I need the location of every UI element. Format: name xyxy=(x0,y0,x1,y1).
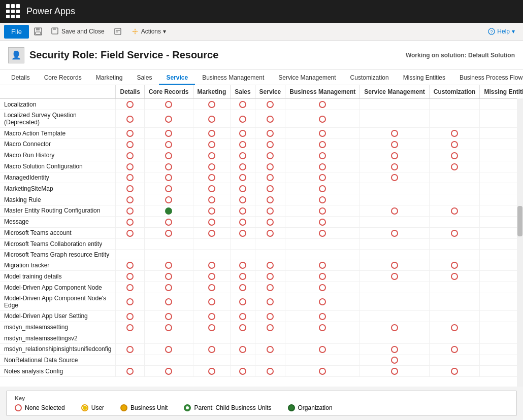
permission-cell[interactable] xyxy=(255,238,285,249)
permission-cell[interactable] xyxy=(429,238,480,249)
permission-cell[interactable] xyxy=(116,128,144,139)
permission-cell[interactable] xyxy=(429,333,480,343)
table-row[interactable]: Macro Solution Configuration xyxy=(0,161,523,172)
permission-cell[interactable] xyxy=(429,366,480,377)
permission-cell[interactable] xyxy=(255,322,285,333)
permission-cell[interactable] xyxy=(285,216,360,227)
permission-cell[interactable] xyxy=(116,355,144,366)
permission-cell[interactable] xyxy=(116,216,144,227)
permission-cell[interactable] xyxy=(116,150,144,161)
permission-cell[interactable] xyxy=(231,343,255,355)
permission-cell[interactable] xyxy=(144,271,193,282)
tab-details[interactable]: Details xyxy=(4,70,37,85)
permission-cell[interactable] xyxy=(360,333,429,343)
permission-cell[interactable] xyxy=(116,271,144,282)
permission-cell[interactable] xyxy=(429,194,480,205)
permission-cell[interactable] xyxy=(255,139,285,150)
permission-cell[interactable] xyxy=(144,216,193,227)
permission-cell[interactable] xyxy=(144,99,193,110)
permission-cell[interactable] xyxy=(429,311,480,322)
permission-cell[interactable] xyxy=(360,249,429,260)
permission-cell[interactable] xyxy=(144,293,193,311)
permission-cell[interactable] xyxy=(429,128,480,139)
permission-cell[interactable] xyxy=(429,99,480,110)
permission-cell[interactable] xyxy=(144,139,193,150)
permission-cell[interactable] xyxy=(144,183,193,194)
permission-cell[interactable] xyxy=(285,249,360,260)
permission-cell[interactable] xyxy=(193,271,231,282)
permission-cell[interactable] xyxy=(255,194,285,205)
permission-cell[interactable] xyxy=(429,150,480,161)
tab-business-management[interactable]: Business Management xyxy=(195,70,271,85)
permission-cell[interactable] xyxy=(429,271,480,282)
permission-cell[interactable] xyxy=(144,194,193,205)
permission-cell[interactable] xyxy=(285,150,360,161)
permission-cell[interactable] xyxy=(116,172,144,183)
permission-cell[interactable] xyxy=(116,139,144,150)
tab-business-process-flows[interactable]: Business Process Flows xyxy=(452,70,523,85)
permission-cell[interactable] xyxy=(116,183,144,194)
permission-cell[interactable] xyxy=(285,110,360,128)
permission-cell[interactable] xyxy=(231,150,255,161)
permission-cell[interactable] xyxy=(285,311,360,322)
permission-cell[interactable] xyxy=(193,322,231,333)
permission-cell[interactable] xyxy=(360,161,429,172)
table-row[interactable]: Localization xyxy=(0,99,523,110)
permission-cell[interactable] xyxy=(360,139,429,150)
permission-cell[interactable] xyxy=(231,205,255,217)
permission-cell[interactable] xyxy=(360,311,429,322)
table-row[interactable]: ManagedIdentity xyxy=(0,172,523,183)
permission-cell[interactable] xyxy=(116,282,144,293)
permission-cell[interactable] xyxy=(285,271,360,282)
permission-cell[interactable] xyxy=(144,366,193,377)
permission-cell[interactable] xyxy=(285,293,360,311)
permission-cell[interactable] xyxy=(429,282,480,293)
permission-cell[interactable] xyxy=(360,238,429,249)
permission-cell[interactable] xyxy=(231,366,255,377)
permission-cell[interactable] xyxy=(285,194,360,205)
permission-cell[interactable] xyxy=(429,172,480,183)
permission-cell[interactable] xyxy=(116,110,144,128)
permission-cell[interactable] xyxy=(144,311,193,322)
tab-missing-entities[interactable]: Missing Entities xyxy=(396,70,452,85)
permission-cell[interactable] xyxy=(231,249,255,260)
permission-cell[interactable] xyxy=(285,282,360,293)
permission-cell[interactable] xyxy=(193,333,231,343)
table-row[interactable]: msdyn_msteamssettingsv2 xyxy=(0,333,523,343)
tab-core-records[interactable]: Core Records xyxy=(37,70,89,85)
permission-cell[interactable] xyxy=(360,194,429,205)
permission-cell[interactable] xyxy=(360,183,429,194)
permission-cell[interactable] xyxy=(429,322,480,333)
permission-cell[interactable] xyxy=(231,110,255,128)
permission-cell[interactable] xyxy=(429,260,480,271)
table-row[interactable]: Microsoft Teams account xyxy=(0,227,523,238)
permission-cell[interactable] xyxy=(285,260,360,271)
permission-cell[interactable] xyxy=(193,282,231,293)
table-row[interactable]: Macro Action Template xyxy=(0,128,523,139)
permission-cell[interactable] xyxy=(116,343,144,355)
permission-cell[interactable] xyxy=(116,322,144,333)
permission-cell[interactable] xyxy=(144,355,193,366)
permission-cell[interactable] xyxy=(285,128,360,139)
permission-cell[interactable] xyxy=(285,343,360,355)
permission-cell[interactable] xyxy=(231,293,255,311)
permission-cell[interactable] xyxy=(193,172,231,183)
permission-cell[interactable] xyxy=(144,205,193,217)
permission-cell[interactable] xyxy=(231,183,255,194)
permission-cell[interactable] xyxy=(193,355,231,366)
permission-cell[interactable] xyxy=(144,322,193,333)
save-close-button[interactable]: Save and Close xyxy=(47,25,109,38)
permission-cell[interactable] xyxy=(116,293,144,311)
permission-cell[interactable] xyxy=(255,260,285,271)
permission-cell[interactable] xyxy=(360,150,429,161)
permission-cell[interactable] xyxy=(144,110,193,128)
permission-cell[interactable] xyxy=(193,150,231,161)
table-row[interactable]: Message xyxy=(0,216,523,227)
table-row[interactable]: Macro Run History xyxy=(0,150,523,161)
permission-cell[interactable] xyxy=(193,366,231,377)
permission-cell[interactable] xyxy=(285,99,360,110)
permission-cell[interactable] xyxy=(429,343,480,355)
permission-cell[interactable] xyxy=(231,238,255,249)
permission-cell[interactable] xyxy=(116,366,144,377)
permission-cell[interactable] xyxy=(285,172,360,183)
